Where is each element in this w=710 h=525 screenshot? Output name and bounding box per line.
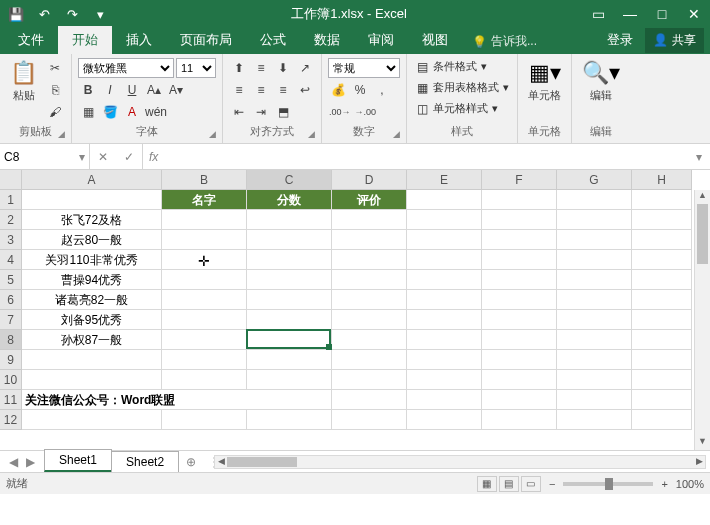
cell-F1[interactable]: [482, 190, 557, 210]
cell-G1[interactable]: [557, 190, 632, 210]
cell-F3[interactable]: [482, 230, 557, 250]
cell-D3[interactable]: [332, 230, 407, 250]
cell-A7[interactable]: 刘备95优秀: [22, 310, 162, 330]
comma-button[interactable]: ,: [372, 80, 392, 100]
login-button[interactable]: 登录: [597, 26, 643, 54]
cell-H1[interactable]: [632, 190, 692, 210]
tab-file[interactable]: 文件: [4, 26, 58, 54]
cell-C3[interactable]: [247, 230, 332, 250]
align-top-button[interactable]: ⬆: [229, 58, 249, 78]
row-header-12[interactable]: 12: [0, 410, 22, 430]
copy-button[interactable]: ⎘: [45, 80, 65, 100]
redo-button[interactable]: ↷: [60, 2, 84, 26]
view-page-break-button[interactable]: ▭: [521, 476, 541, 492]
cell-F4[interactable]: [482, 250, 557, 270]
cell-H7[interactable]: [632, 310, 692, 330]
cell-G3[interactable]: [557, 230, 632, 250]
cell-F5[interactable]: [482, 270, 557, 290]
cell-G2[interactable]: [557, 210, 632, 230]
cell-B8[interactable]: [162, 330, 247, 350]
table-format-button[interactable]: ▦ 套用表格格式▾: [413, 79, 511, 96]
share-button[interactable]: 👤 共享: [645, 28, 704, 53]
cut-button[interactable]: ✂: [45, 58, 65, 78]
cell-G8[interactable]: [557, 330, 632, 350]
sheet-nav-next[interactable]: ▶: [23, 453, 38, 471]
indent-decrease-button[interactable]: ⇤: [229, 102, 249, 122]
cell-E6[interactable]: [407, 290, 482, 310]
cell-C2[interactable]: [247, 210, 332, 230]
font-decrease-button[interactable]: A▾: [166, 80, 186, 100]
cell-A10[interactable]: [22, 370, 162, 390]
cell-A6[interactable]: 诸葛亮82一般: [22, 290, 162, 310]
cell-H10[interactable]: [632, 370, 692, 390]
cell-D2[interactable]: [332, 210, 407, 230]
cell-F8[interactable]: [482, 330, 557, 350]
cell-G11[interactable]: [557, 390, 632, 410]
font-color-button[interactable]: A: [122, 102, 142, 122]
chevron-down-icon[interactable]: ▾: [79, 150, 85, 164]
cell-B1[interactable]: 名字: [162, 190, 247, 210]
paste-button[interactable]: 📋 粘贴: [6, 58, 41, 105]
cell-A2[interactable]: 张飞72及格: [22, 210, 162, 230]
cell-H9[interactable]: [632, 350, 692, 370]
row-header-3[interactable]: 3: [0, 230, 22, 250]
row-header-8[interactable]: 8: [0, 330, 22, 350]
cell-B3[interactable]: [162, 230, 247, 250]
border-button[interactable]: ▦: [78, 102, 98, 122]
align-right-button[interactable]: ≡: [273, 80, 293, 100]
cell-C8[interactable]: [247, 330, 332, 350]
cell-D4[interactable]: [332, 250, 407, 270]
cell-G6[interactable]: [557, 290, 632, 310]
horizontal-scrollbar[interactable]: ◀ ▶: [214, 455, 706, 469]
cell-D8[interactable]: [332, 330, 407, 350]
row-header-1[interactable]: 1: [0, 190, 22, 210]
zoom-level[interactable]: 100%: [676, 478, 704, 490]
name-box-input[interactable]: [4, 150, 79, 164]
cell-B7[interactable]: [162, 310, 247, 330]
col-header-H[interactable]: H: [632, 170, 692, 190]
row-header-11[interactable]: 11: [0, 390, 22, 410]
formula-bar[interactable]: fx: [143, 144, 688, 169]
cell-A11[interactable]: 关注微信公众号：Word联盟: [22, 390, 332, 410]
vscroll-thumb[interactable]: [697, 204, 708, 264]
qat-more-button[interactable]: ▾: [88, 2, 112, 26]
cell-H5[interactable]: [632, 270, 692, 290]
cell-C4[interactable]: [247, 250, 332, 270]
fx-icon[interactable]: fx: [149, 150, 158, 164]
row-header-10[interactable]: 10: [0, 370, 22, 390]
col-header-E[interactable]: E: [407, 170, 482, 190]
number-launcher[interactable]: ◢: [393, 129, 400, 139]
cell-C10[interactable]: [247, 370, 332, 390]
col-header-A[interactable]: A: [22, 170, 162, 190]
view-normal-button[interactable]: ▦: [477, 476, 497, 492]
percent-button[interactable]: %: [350, 80, 370, 100]
cell-D7[interactable]: [332, 310, 407, 330]
cell-B10[interactable]: [162, 370, 247, 390]
select-all-corner[interactable]: [0, 170, 22, 190]
name-box[interactable]: ▾: [0, 144, 90, 169]
col-header-C[interactable]: C: [247, 170, 332, 190]
underline-button[interactable]: U: [122, 80, 142, 100]
tab-页面布局[interactable]: 页面布局: [166, 26, 246, 54]
sheet-tab-Sheet2[interactable]: Sheet2: [111, 451, 179, 472]
row-header-9[interactable]: 9: [0, 350, 22, 370]
cell-H8[interactable]: [632, 330, 692, 350]
italic-button[interactable]: I: [100, 80, 120, 100]
cell-E3[interactable]: [407, 230, 482, 250]
cell-A9[interactable]: [22, 350, 162, 370]
cell-C7[interactable]: [247, 310, 332, 330]
cell-E9[interactable]: [407, 350, 482, 370]
col-header-B[interactable]: B: [162, 170, 247, 190]
col-header-G[interactable]: G: [557, 170, 632, 190]
cell-H6[interactable]: [632, 290, 692, 310]
scroll-down-arrow[interactable]: ▼: [695, 436, 710, 450]
cell-C12[interactable]: [247, 410, 332, 430]
undo-button[interactable]: ↶: [32, 2, 56, 26]
col-header-F[interactable]: F: [482, 170, 557, 190]
cell-F7[interactable]: [482, 310, 557, 330]
cell-E12[interactable]: [407, 410, 482, 430]
cell-G10[interactable]: [557, 370, 632, 390]
tellme[interactable]: 💡 告诉我...: [462, 29, 547, 54]
cell-H4[interactable]: [632, 250, 692, 270]
cell-style-button[interactable]: ◫ 单元格样式▾: [413, 100, 511, 117]
